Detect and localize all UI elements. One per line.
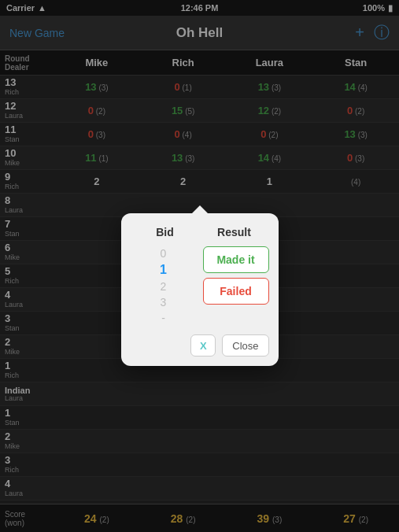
modal-x-button[interactable]: X	[190, 334, 216, 357]
failed-button[interactable]: Failed	[203, 278, 269, 305]
modal-result-buttons: Made it Failed	[203, 246, 269, 305]
modal-close-button[interactable]: Close	[222, 334, 268, 357]
bid-option-3[interactable]: 3	[156, 295, 172, 309]
bid-option-dash[interactable]: -	[157, 311, 170, 325]
bid-option-0[interactable]: 0	[156, 246, 172, 260]
modal-result-label: Result	[200, 226, 269, 238]
bid-option-1[interactable]: 1	[155, 262, 172, 278]
bid-option-2[interactable]: 2	[156, 279, 172, 294]
modal-header: Bid Result	[131, 226, 269, 238]
modal-bid-label: Bid	[131, 226, 200, 238]
modal-popup: Bid Result 0 1 2 3 - Made it Failed X Cl…	[121, 213, 279, 366]
bid-list: 0 1 2 3 -	[131, 246, 197, 325]
made-it-button[interactable]: Made it	[203, 246, 269, 273]
modal-actions: X Close	[131, 334, 269, 357]
modal-overlay: Bid Result 0 1 2 3 - Made it Failed X Cl…	[0, 0, 399, 532]
